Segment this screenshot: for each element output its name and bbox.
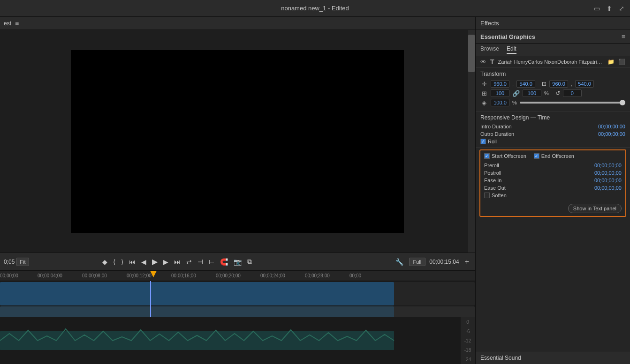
- scale-y[interactable]: 100: [523, 89, 541, 97]
- preview-timecode: 0;05: [4, 259, 15, 265]
- ruler-mark-5: 00;00;20;00: [216, 273, 241, 278]
- prev-edit-button[interactable]: ⏮: [127, 257, 137, 267]
- ruler-mark-4: 00;00;16;00: [171, 273, 196, 278]
- layer-folder-icon[interactable]: 📁: [607, 59, 615, 65]
- start-offscreen-checkbox[interactable]: [484, 153, 490, 159]
- title-bar-icons: ▭ ⬆ ⤢: [594, 5, 624, 12]
- graphics-clip[interactable]: [0, 306, 394, 317]
- layer-eye-icon[interactable]: 👁: [480, 59, 486, 66]
- out-point-button[interactable]: ⟩: [119, 257, 125, 267]
- title-bar-title: nonamed new_1 - Edited: [281, 5, 349, 12]
- tab-browse[interactable]: Browse: [480, 45, 499, 54]
- waveform-label-n18: -18: [464, 348, 471, 353]
- settings-icon[interactable]: 🔧: [394, 257, 405, 267]
- opacity-slider-thumb[interactable]: [620, 100, 625, 105]
- eg-menu-icon[interactable]: ≡: [622, 33, 625, 40]
- ruler-mark-3: 00;00;12;00: [127, 273, 152, 278]
- waveform-labels: 0 -6 -12 -18 -24: [461, 317, 475, 364]
- opacity-percent: %: [512, 100, 517, 105]
- panel-menu-icon[interactable]: ≡: [15, 20, 19, 27]
- preview-area: [0, 30, 475, 253]
- anchor-x[interactable]: 960.0: [549, 80, 568, 88]
- link-icon: 🔗: [512, 90, 520, 97]
- ruler-mark-8: 00;00: [349, 273, 361, 278]
- show-in-text-panel-button[interactable]: Show in Text panel: [568, 204, 622, 213]
- tab-edit[interactable]: Edit: [507, 45, 516, 54]
- next-edit-button[interactable]: ⏭: [172, 257, 182, 267]
- preview-scrollbar[interactable]: [468, 30, 475, 253]
- right-panel: Effects Essential Graphics ≡ Browse Edit…: [475, 17, 630, 364]
- scale-row: ⊞ 100 🔗 100 % ↺ 0: [480, 89, 625, 97]
- pos-y[interactable]: 540.0: [516, 80, 535, 88]
- scale-percent: %: [544, 90, 549, 96]
- eg-title: Essential Graphics: [480, 33, 535, 40]
- play-button[interactable]: ▶: [150, 256, 159, 267]
- eg-tabs: Browse Edit: [476, 44, 630, 56]
- end-offscreen-label: End Offscreen: [541, 153, 574, 159]
- postroll-row: Postroll 00;00;00;00: [484, 170, 622, 176]
- scale-icon: ⊞: [480, 90, 488, 97]
- ease-out-value[interactable]: 00;00;00;00: [594, 185, 622, 191]
- intro-duration-value[interactable]: 00;00;00;00: [598, 124, 625, 129]
- outro-duration-value[interactable]: 00;00;00;00: [598, 131, 625, 137]
- multicam-button[interactable]: ⧉: [245, 257, 254, 267]
- ruler-mark-7: 00;00;28;00: [305, 273, 330, 278]
- ctrl-right: 🔧 Full 00;00;15;04 +: [394, 257, 471, 267]
- snap-button[interactable]: 🧲: [218, 257, 230, 267]
- end-offscreen-checkbox[interactable]: [534, 153, 539, 159]
- waveform-label-n12: -12: [464, 338, 471, 343]
- video-clip[interactable]: [0, 282, 394, 305]
- ease-out-row: Ease Out 00;00;00;00: [484, 185, 622, 191]
- effects-header: Effects: [476, 17, 630, 30]
- essential-sound: Essential Sound: [476, 351, 630, 364]
- scale-x[interactable]: 100: [491, 89, 509, 97]
- marker-button[interactable]: ◆: [100, 257, 109, 267]
- effects-title: Effects: [480, 20, 499, 27]
- ruler-mark-6: 00;00;24;00: [260, 273, 285, 278]
- soften-checkbox[interactable]: [484, 193, 490, 198]
- step-forward-button[interactable]: ▶: [161, 257, 170, 267]
- transform-section: Transform ✛ 960.0 , 540.0 ⊡ 960.0 , 540.…: [476, 68, 630, 111]
- opacity-slider[interactable]: [520, 102, 625, 104]
- opacity-value[interactable]: 100.0: [491, 99, 509, 106]
- preroll-value[interactable]: 00;00;00;00: [594, 163, 622, 168]
- soften-item: Soften: [484, 193, 622, 198]
- postroll-value[interactable]: 00;00;00;00: [594, 170, 622, 176]
- pos-x[interactable]: 960.0: [491, 80, 509, 88]
- anchor-y[interactable]: 540.0: [575, 80, 594, 88]
- layer-align-icon[interactable]: ⬛: [618, 59, 625, 65]
- quality-select[interactable]: Full: [409, 258, 426, 266]
- export-icon[interactable]: ⬆: [607, 5, 612, 12]
- zoom-select[interactable]: Fit: [16, 258, 29, 266]
- ripple-trim-prev-button[interactable]: ⊣: [196, 257, 205, 267]
- loop-button[interactable]: ⇄: [184, 257, 194, 267]
- ease-in-value[interactable]: 00;00;00;00: [594, 178, 622, 183]
- step-back-button[interactable]: ◀: [139, 257, 148, 267]
- waveform-label-0: 0: [466, 319, 469, 325]
- fullscreen-icon[interactable]: ⤢: [619, 5, 624, 12]
- opacity-slider-fill: [520, 102, 625, 104]
- maximize-icon[interactable]: ▭: [594, 5, 600, 12]
- transform-title: Transform: [480, 71, 625, 77]
- roll-checkbox[interactable]: [480, 139, 486, 144]
- waveform-svg: [0, 317, 403, 364]
- add-button[interactable]: +: [463, 257, 471, 267]
- roll-checkbox-row: Roll: [480, 139, 625, 144]
- position-row: ✛ 960.0 , 540.0 ⊡ 960.0 , 540.0: [480, 80, 625, 88]
- rotate-value[interactable]: 0: [563, 89, 582, 97]
- intro-duration-row: Intro Duration 00;00;00;00: [480, 124, 625, 129]
- eg-layer-row[interactable]: 👁 T Zariah HenryCarlos NixonDeborah Fitz…: [476, 56, 630, 68]
- ripple-trim-next-button[interactable]: ⊢: [207, 257, 216, 267]
- ruler-mark-0: 00;00;00: [0, 273, 18, 278]
- postroll-label: Postroll: [484, 170, 501, 176]
- outro-duration-label: Outro Duration: [480, 131, 514, 137]
- essential-graphics-panel: Essential Graphics ≡ Browse Edit 👁 T Zar…: [476, 30, 630, 351]
- eg-header: Essential Graphics ≡: [476, 30, 630, 44]
- eg-scroll-area[interactable]: Transform ✛ 960.0 , 540.0 ⊡ 960.0 , 540.…: [476, 68, 630, 351]
- preview-scrollbar-thumb[interactable]: [468, 35, 475, 72]
- video-track: [0, 282, 475, 305]
- in-point-button[interactable]: ⟨: [111, 257, 117, 267]
- camera-button[interactable]: 📷: [232, 257, 243, 267]
- essential-sound-label: Essential Sound: [480, 355, 521, 361]
- end-offscreen-item: End Offscreen: [534, 153, 574, 159]
